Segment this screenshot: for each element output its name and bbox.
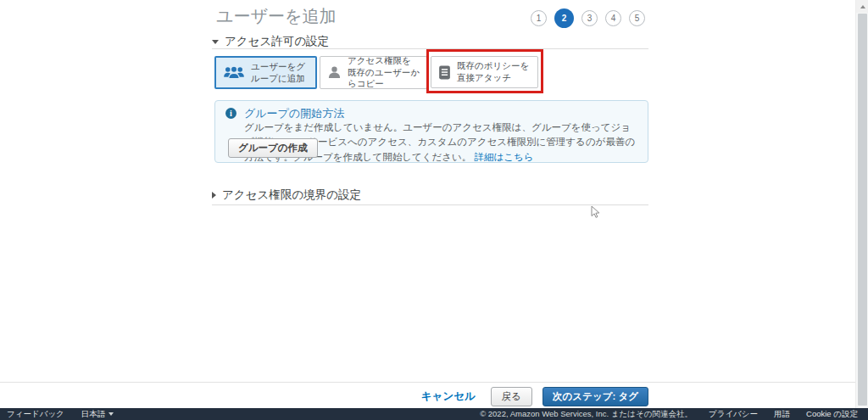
- chevron-down-icon: [212, 40, 219, 44]
- section-permissions-toggle[interactable]: アクセス許可の設定: [212, 34, 329, 49]
- console-footer: フィードバック 日本語 © 2022, Amazon Web Services,…: [0, 408, 868, 420]
- step-1: 1: [531, 10, 547, 26]
- step-3: 3: [581, 10, 598, 26]
- wizard-step-indicator: 1 2 3 4 5: [531, 7, 645, 29]
- scrollbar-up-button[interactable]: [856, 0, 868, 13]
- card-label: ユーザーをグループに追加: [251, 61, 309, 84]
- group-icon: [223, 65, 245, 80]
- cookie-settings-link[interactable]: Cookie の設定: [806, 409, 858, 420]
- cancel-button[interactable]: キャンセル: [421, 389, 476, 404]
- group-getting-started-info-box: グループの開始方法 グループをまだ作成していません。ユーザーのアクセス権限は、グ…: [214, 100, 648, 163]
- page-title: ユーザーを追加: [216, 5, 336, 28]
- copyright-text: © 2022, Amazon Web Services, Inc. またはその関…: [480, 409, 693, 420]
- learn-more-link[interactable]: 詳細はこちら: [474, 152, 533, 162]
- card-copy-permissions[interactable]: アクセス権限を既存のユーザーからコピー: [320, 56, 427, 89]
- card-attach-policies-directly[interactable]: 既存のポリシーを直接アタッチ: [431, 56, 538, 88]
- privacy-link[interactable]: プライバシー: [709, 409, 758, 420]
- vertical-scrollbar[interactable]: [855, 0, 868, 408]
- info-box-title: グループの開始方法: [244, 106, 344, 121]
- chevron-right-icon: [212, 192, 216, 199]
- next-step-tags-button[interactable]: 次のステップ: タグ: [542, 387, 648, 406]
- terms-link[interactable]: 用語: [774, 409, 790, 420]
- card-add-user-to-group[interactable]: ユーザーをグループに追加: [214, 56, 317, 89]
- step-2-active: 2: [554, 8, 574, 28]
- section-permissions-label: アクセス許可の設定: [225, 34, 329, 49]
- section-permissions-boundary-toggle[interactable]: アクセス権限の境界の設定: [212, 188, 361, 203]
- create-group-button[interactable]: グループの作成: [228, 138, 318, 158]
- card-label: アクセス権限を既存のユーザーからコピー: [348, 55, 420, 90]
- wizard-actions: キャンセル 戻る 次のステップ: タグ: [0, 387, 648, 406]
- feedback-link[interactable]: フィードバック: [7, 409, 64, 420]
- divider: [0, 382, 868, 383]
- section-boundary-label: アクセス権限の境界の設定: [222, 188, 361, 203]
- language-label: 日本語: [81, 409, 106, 418]
- language-selector[interactable]: 日本語: [81, 409, 114, 420]
- caret-down-icon: [108, 412, 114, 416]
- user-icon: [327, 65, 342, 80]
- card-label: 既存のポリシーを直接アタッチ: [457, 60, 531, 83]
- mouse-cursor: [591, 205, 602, 220]
- scrollbar-thumb[interactable]: [858, 14, 867, 406]
- divider: [212, 204, 648, 205]
- divider: [212, 48, 648, 49]
- info-icon: [225, 108, 236, 119]
- step-5: 5: [629, 10, 645, 26]
- policy-document-icon: [438, 65, 451, 80]
- step-4: 4: [605, 10, 621, 26]
- back-button[interactable]: 戻る: [491, 387, 532, 406]
